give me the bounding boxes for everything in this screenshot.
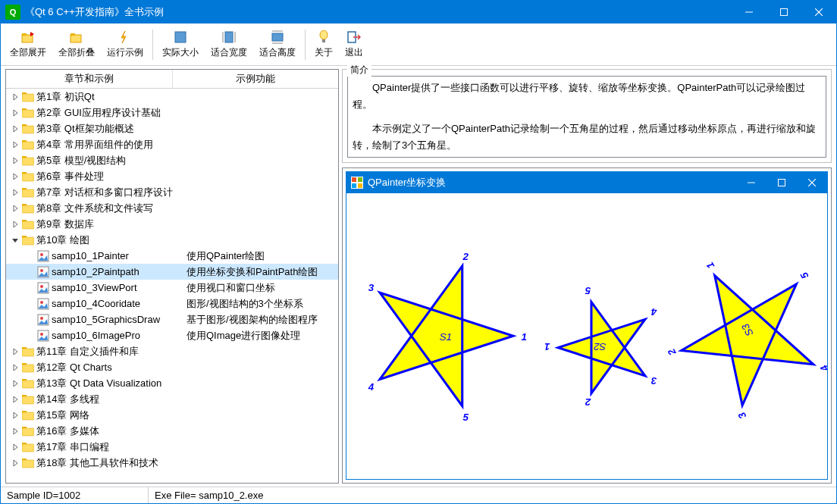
fit-height-label: 适合高度 (259, 46, 296, 59)
svg-rect-35 (22, 221, 34, 229)
tree-chapter-row[interactable]: 第4章 常用界面组件的使用 (6, 136, 338, 152)
maximize-button[interactable] (766, 1, 801, 23)
chapters-tree[interactable]: 第1章 初识Qt第2章 GUI应用程序设计基础第3章 Qt框架功能概述第4章 常… (6, 89, 338, 483)
tree-chapter-row[interactable]: 第3章 Qt框架功能概述 (6, 121, 338, 136)
tree-expander-icon[interactable] (9, 93, 21, 101)
tree-expander-icon[interactable] (9, 189, 21, 196)
tree-chapter-label: 第13章 Qt Data Visualization (36, 377, 187, 390)
svg-text:5: 5 (585, 285, 591, 296)
tree-expander-icon[interactable] (9, 364, 21, 371)
tree-sample-row[interactable]: samp10_4Cooridate图形/视图结构的3个坐标系 (6, 296, 338, 311)
sample-icon (36, 298, 50, 310)
tree-header-col2[interactable]: 示例功能 (173, 70, 339, 88)
tree-chapter-label: 第9章 数据库 (36, 218, 187, 231)
tree-chapter-row[interactable]: 第5章 模型/视图结构 (6, 152, 338, 168)
tree-chapter-row[interactable]: 第15章 网络 (6, 407, 338, 423)
tree-chapter-label: 第18章 其他工具软件和技术 (36, 456, 187, 470)
tree-sample-row[interactable]: samp10_5GraphicsDraw基于图形/视图架构的绘图程序 (6, 311, 338, 327)
intro-paragraph: QPainter提供了一些接口函数可以进行平移、旋转、缩放等坐标变换。QPain… (353, 80, 821, 113)
svg-rect-68 (358, 177, 362, 182)
tree-chapter-row[interactable]: 第9章 数据库 (6, 216, 338, 232)
tree-sample-row[interactable]: samp10_1Painter使用QPainter绘图 (6, 248, 338, 264)
intro-text: QPainter提供了一些接口函数可以进行平移、旋转、缩放等坐标变换。QPain… (347, 76, 826, 158)
sample-icon (36, 250, 50, 262)
preview-close-button[interactable] (797, 172, 827, 193)
folder-icon (21, 377, 35, 390)
preview-maximize-button[interactable] (766, 172, 797, 193)
tree-expander-icon[interactable] (9, 412, 21, 419)
collapse-all-button[interactable]: 全部折叠 (52, 25, 101, 64)
tree-sample-row[interactable]: samp10_3ViewPort使用视口和窗口坐标 (6, 280, 338, 296)
svg-rect-4 (22, 35, 33, 42)
tree-chapter-label: 第7章 对话框和多窗口程序设计 (36, 186, 187, 199)
tree-expander-icon[interactable] (9, 125, 21, 133)
tree-expander-icon[interactable] (9, 236, 21, 244)
tree-chapter-row[interactable]: 第12章 Qt Charts (6, 359, 338, 375)
tree-expander-icon[interactable] (9, 173, 21, 180)
tree-chapter-row[interactable]: 第11章 自定义插件和库 (6, 343, 338, 359)
folder-icon (21, 218, 35, 230)
expand-all-button[interactable]: 全部展开 (4, 25, 52, 64)
about-button[interactable]: 关于 (309, 25, 339, 64)
intro-paragraph: 本示例定义了一个QPainterPath记录绘制一个五角星的过程，然后通过移动坐… (353, 121, 821, 154)
svg-rect-27 (22, 158, 34, 165)
svg-rect-9 (225, 32, 233, 42)
svg-text:1: 1 (704, 261, 717, 271)
tree-expander-icon[interactable] (9, 109, 21, 117)
status-bar: Sample ID=1002 Exe File= samp10_2.exe (1, 487, 836, 503)
close-button[interactable] (801, 1, 836, 23)
actual-size-button[interactable]: 实际大小 (156, 25, 205, 64)
preview-canvas: 12345S112345S212345S3 (346, 193, 827, 479)
fit-width-button[interactable]: 适合宽度 (205, 25, 253, 64)
tree-chapter-label: 第12章 Qt Charts (36, 361, 187, 374)
minimize-button[interactable] (732, 1, 766, 23)
tree-expander-icon[interactable] (9, 205, 21, 212)
fit-height-button[interactable]: 适合高度 (253, 25, 302, 64)
tree-expander-icon[interactable] (9, 427, 21, 435)
tree-chapter-row[interactable]: 第18章 其他工具软件和技术 (6, 455, 338, 471)
actual-size-icon (173, 30, 188, 45)
tree-expander-icon[interactable] (9, 443, 21, 451)
tree-expander-icon[interactable] (9, 141, 21, 149)
svg-text:3: 3 (735, 410, 748, 421)
tree-sample-row[interactable]: samp10_2Paintpath使用坐标变换和PaintPath绘图 (6, 264, 338, 280)
preview-titlebar: QPainter坐标变换 (346, 172, 827, 193)
tree-chapter-row[interactable]: 第16章 多媒体 (6, 423, 338, 439)
tree-chapter-row[interactable]: 第1章 初识Qt (6, 89, 338, 105)
tree-chapter-row[interactable]: 第6章 事件处理 (6, 168, 338, 184)
sample-icon (36, 314, 50, 326)
tree-expander-icon[interactable] (9, 221, 21, 228)
fit-width-icon (221, 30, 237, 45)
tree-expander-icon[interactable] (9, 348, 21, 355)
svg-rect-57 (22, 396, 34, 404)
actual-size-label: 实际大小 (162, 46, 199, 59)
tree-chapter-row[interactable]: 第14章 多线程 (6, 391, 338, 407)
folder-icon (21, 155, 35, 167)
tree-expander-icon[interactable] (9, 396, 21, 403)
svg-rect-65 (22, 460, 34, 468)
svg-rect-29 (22, 174, 34, 181)
tree-chapter-row[interactable]: 第8章 文件系统和文件读写 (6, 200, 338, 216)
tree-expander-icon[interactable] (9, 157, 21, 164)
tree-chapter-row[interactable]: 第10章 绘图 (6, 232, 338, 248)
tree-sample-label: samp10_2Paintpath (52, 266, 187, 277)
tree-sample-row[interactable]: samp10_6ImagePro使用QImage进行图像处理 (6, 327, 338, 343)
tree-chapter-row[interactable]: 第7章 对话框和多窗口程序设计 (6, 184, 338, 200)
tree-sample-label: samp10_1Painter (52, 250, 187, 261)
tree-chapter-label: 第11章 自定义插件和库 (36, 345, 187, 358)
sample-icon (36, 282, 50, 294)
tree-expander-icon[interactable] (9, 380, 21, 387)
preview-minimize-button[interactable] (736, 172, 766, 193)
tree-header-col1[interactable]: 章节和示例 (6, 70, 173, 88)
expand-all-label: 全部展开 (10, 46, 46, 59)
svg-text:3: 3 (368, 282, 375, 293)
tree-chapter-row[interactable]: 第13章 Qt Data Visualization (6, 375, 338, 391)
tree-chapter-row[interactable]: 第2章 GUI应用程序设计基础 (6, 105, 338, 121)
intro-group: 简介 QPainter提供了一些接口函数可以进行平移、旋转、缩放等坐标变换。QP… (342, 69, 832, 163)
tree-chapter-row[interactable]: 第17章 串口编程 (6, 439, 338, 455)
sample-icon (36, 266, 50, 278)
svg-rect-1 (781, 9, 788, 16)
tree-expander-icon[interactable] (9, 459, 21, 467)
run-sample-button[interactable]: 运行示例 (101, 25, 149, 64)
exit-button[interactable]: 退出 (339, 25, 369, 64)
